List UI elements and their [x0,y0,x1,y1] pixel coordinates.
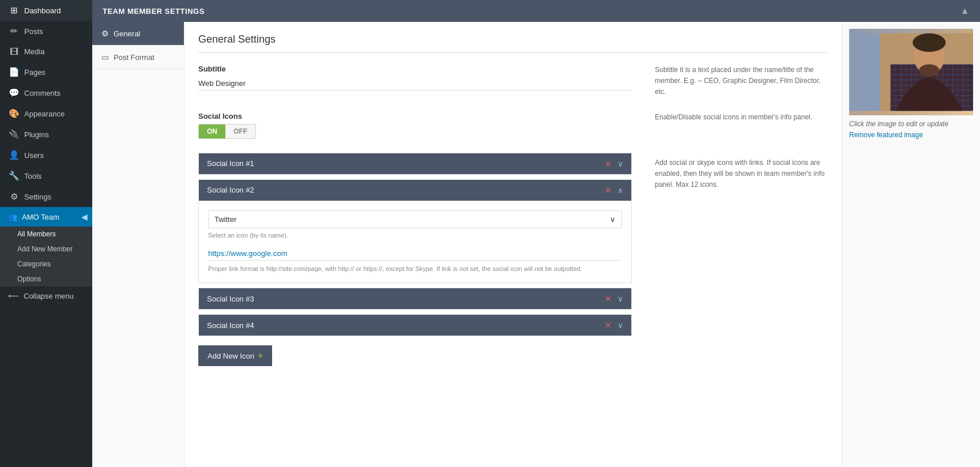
plugins-icon: 🔌 [8,129,20,140]
subtitle-label: Subtitle [198,65,632,73]
tab-general[interactable]: ⚙ General [92,22,184,46]
amo-team-chevron: ◀ [81,212,88,221]
team-member-settings-header: TEAM MEMBER SETTINGS ▲ [92,0,980,22]
social-panels-list: Social Icon #1 ✕ ∨ Social Icon #2 [198,153,632,367]
post-format-tab-icon: ▭ [101,52,109,62]
select-hint: Select an icon (by its name). [208,232,622,239]
featured-image-hint: Click the image to edit or update [849,120,973,128]
subtitle-input[interactable] [198,77,632,91]
settings-icon: ⚙ [8,191,20,202]
social-icon-panel-2: Social Icon #2 ✕ ∧ Twitter ∨ Select [198,179,632,284]
social-icon-2-url-input[interactable] [208,247,622,261]
sidebar-item-media[interactable]: 🎞 Media [0,42,92,62]
submenu-add-new-member[interactable]: Add New Member [0,242,92,257]
sidebar-item-dashboard[interactable]: ⊞ Dashboard [0,0,92,21]
social-panels-description: Add social or skype icons with links. If… [655,153,828,367]
sidebar-item-appearance[interactable]: 🎨 Appearance [0,103,92,124]
social-icon-1-header[interactable]: Social Icon #1 ✕ ∨ [199,153,631,174]
pages-icon: 📄 [8,67,20,77]
submenu-options[interactable]: Options [0,272,92,287]
section-title: General Settings [198,33,828,53]
social-icon-4-expand[interactable]: ∨ [617,321,623,330]
tools-icon: 🔧 [8,171,20,181]
svg-point-5 [913,33,945,52]
url-hint: Proper link format is http://site.com/pa… [208,264,622,274]
sidebar-item-pages[interactable]: 📄 Pages [0,62,92,82]
add-icon-plus: + [258,351,263,361]
social-icon-3-header[interactable]: Social Icon #3 ✕ ∨ [199,288,631,309]
social-icon-4-header[interactable]: Social Icon #4 ✕ ∨ [199,315,631,336]
social-icon-2-body: Twitter ∨ Select an icon (by its name). … [199,201,631,283]
toggle-on-button[interactable]: ON [199,125,225,138]
sidebar: ⊞ Dashboard ✏ Posts 🎞 Media 📄 Pages 💬 Co… [0,0,92,467]
amo-team-icon: 👥 [8,213,17,221]
media-icon: 🎞 [8,47,20,57]
right-sidebar: Click the image to edit or update Remove… [842,22,980,467]
social-icon-1-remove[interactable]: ✕ [605,159,612,168]
sidebar-item-posts[interactable]: ✏ Posts [0,21,92,42]
sidebar-item-comments[interactable]: 💬 Comments [0,82,92,103]
tm-header-collapse-icon[interactable]: ▲ [960,6,970,16]
social-icon-panel-3: Social Icon #3 ✕ ∨ [198,288,632,310]
appearance-icon: 🎨 [8,108,20,119]
social-icons-label: Social Icons [198,112,632,120]
collapse-icon: ⟵ [8,292,19,300]
social-icon-2-header[interactable]: Social Icon #2 ✕ ∧ [199,180,631,201]
amo-team-submenu: All Members Add New Member Categories Op… [0,227,92,287]
social-icon-1-expand[interactable]: ∨ [617,159,623,168]
remove-featured-image-link[interactable]: Remove featured image [849,131,923,139]
main-content: TEAM MEMBER SETTINGS ▲ ⚙ General ▭ Post … [92,0,980,467]
tab-post-format[interactable]: ▭ Post Format [92,46,184,69]
sidebar-item-amo-team[interactable]: 👥 AMO Team ◀ [0,207,92,227]
add-new-icon-button[interactable]: Add New Icon + [198,345,272,366]
left-tabs: ⚙ General ▭ Post Format [92,22,184,467]
social-icon-panel-1: Social Icon #1 ✕ ∨ [198,153,632,175]
social-icons-description: Enable/Disable social icons in member's … [655,112,828,139]
social-icon-2-remove[interactable]: ✕ [605,186,612,195]
sidebar-item-users[interactable]: 👤 Users [0,145,92,165]
main-panel: General Settings Subtitle Subtitle it is… [184,22,842,467]
social-icon-3-remove[interactable]: ✕ [605,294,612,303]
social-icon-2-collapse[interactable]: ∧ [617,186,623,195]
sidebar-item-plugins[interactable]: 🔌 Plugins [0,124,92,145]
social-icons-toggle: ON OFF [198,124,256,139]
submenu-all-members[interactable]: All Members [0,227,92,242]
sidebar-item-settings[interactable]: ⚙ Settings [0,186,92,207]
subtitle-description: Subtitle it is a text placed under the n… [655,65,828,98]
posts-icon: ✏ [8,26,20,36]
subtitle-row: Subtitle Subtitle it is a text placed un… [198,65,828,98]
featured-image[interactable] [849,29,973,115]
social-icon-panel-4: Social Icon #4 ✕ ∨ [198,314,632,336]
collapse-menu-button[interactable]: ⟵ Collapse menu [0,287,92,306]
svg-point-6 [919,65,940,77]
users-icon: 👤 [8,150,20,160]
featured-image-box: Click the image to edit or update Remove… [842,22,980,146]
select-chevron-icon: ∨ [610,215,616,224]
social-icon-3-expand[interactable]: ∨ [617,294,623,303]
sidebar-item-tools[interactable]: 🔧 Tools [0,165,92,186]
social-icon-2-label: Social Icon #2 [207,186,254,194]
social-icon-3-label: Social Icon #3 [207,295,254,303]
social-icon-4-remove[interactable]: ✕ [605,321,612,330]
general-tab-icon: ⚙ [101,29,109,38]
social-icon-4-label: Social Icon #4 [207,321,254,330]
social-panels-area: Social Icon #1 ✕ ∨ Social Icon #2 [198,153,828,367]
social-icon-2-select[interactable]: Twitter ∨ [208,210,622,228]
content-area: ⚙ General ▭ Post Format General Settings… [92,22,980,467]
social-icon-1-label: Social Icon #1 [207,159,254,168]
submenu-categories[interactable]: Categories [0,257,92,272]
dashboard-icon: ⊞ [8,5,20,16]
toggle-off-button[interactable]: OFF [225,125,255,138]
social-icons-row: Social Icons ON OFF Enable/Disable socia… [198,112,828,139]
comments-icon: 💬 [8,88,20,98]
